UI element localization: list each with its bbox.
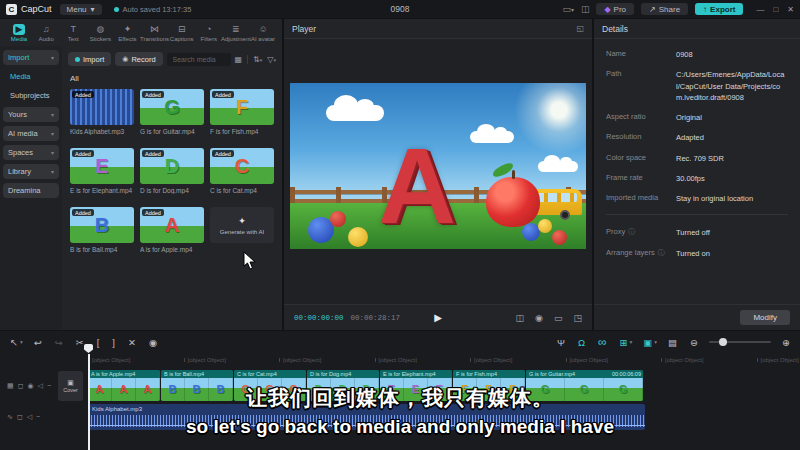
tab-media[interactable]: ▶ Media <box>6 24 32 42</box>
layout-switch-icon[interactable]: ▭▾ <box>562 4 574 14</box>
media-item-f-fish[interactable]: Added F F is for Fish.mp4 F is for Fish.… <box>210 89 274 135</box>
media-item-kids-alphabet[interactable]: Added Kids Alphabet.mp3 Kids Alphabet.mp… <box>70 89 134 135</box>
tab-captions[interactable]: ⊟ Captions <box>169 24 195 42</box>
track-hide-icon[interactable]: ◉ <box>27 382 33 390</box>
track-lock-icon[interactable]: ◻ <box>17 413 23 421</box>
sidebar-item-ai-media[interactable]: AI media ▾ <box>3 126 59 141</box>
ball-red <box>552 230 567 245</box>
generate-with-ai-card[interactable]: ✦ Generate with AI Generate with AI <box>210 207 274 253</box>
media-toolbar: Import ◉ Record ▦ ⇅▾ ▽▾ <box>62 46 282 70</box>
clip-thumbnails: EEE <box>380 378 452 401</box>
timeline-zoom-out-icon[interactable]: ⊖ <box>690 337 698 348</box>
track-waveform-icon[interactable]: ∿ <box>7 413 13 421</box>
snap-magnet-icon[interactable]: Ω <box>578 337 587 348</box>
media-item-e-elephant[interactable]: Added E E is for Elephant.mp4 E is for E… <box>70 148 134 194</box>
timeline-zoom-in-icon[interactable]: ⊕ <box>782 337 790 348</box>
shortcuts-keyboard-icon[interactable]: ▤ <box>668 337 679 348</box>
maximize-button[interactable]: □ <box>773 5 778 14</box>
tab-ai-avatar[interactable]: ☺ AI avatar <box>250 24 276 42</box>
play-button[interactable]: ▶ <box>434 312 442 323</box>
modify-button[interactable]: Modify <box>740 310 790 325</box>
delete-icon[interactable]: ✕ <box>128 337 138 348</box>
tab-audio[interactable]: ♫ Audio <box>33 24 59 42</box>
zoom-slider-handle[interactable] <box>719 338 727 346</box>
link-clips-icon[interactable]: ∞ <box>598 335 609 349</box>
track-thumbnail-icon[interactable]: ▦ <box>7 382 14 390</box>
clip-c-cat[interactable]: C is for Cat.mp4 CCC <box>234 370 306 401</box>
tab-filters[interactable]: ◔ Filters <box>196 24 222 42</box>
player-expand-icon[interactable]: ◱ <box>576 24 584 33</box>
quality-icon[interactable]: ◉ <box>535 313 543 323</box>
clip-f-fish[interactable]: F is for Fish.mp4 FFF <box>453 370 525 401</box>
minimize-button[interactable]: — <box>756 5 764 14</box>
preview-axis-icon[interactable]: ⊞▾ <box>620 337 633 348</box>
player-controls: 00:00:00:00 00:00:28:17 ▶ ◫ ◉ ▭ ◳ <box>284 304 592 330</box>
undo-icon[interactable]: ↩ <box>34 337 44 348</box>
sidebar-item-media[interactable]: Media <box>3 69 59 84</box>
close-button[interactable]: ✕ <box>787 5 794 14</box>
pro-button[interactable]: ◆ Pro <box>596 3 634 15</box>
clip-g-guitar[interactable]: G is for Guitar.mp400:00:06:09 GGG <box>526 370 643 401</box>
details-footer: Modify <box>594 304 800 330</box>
cover-button[interactable]: ▣ Cover <box>58 371 83 401</box>
sort-icon[interactable]: ⇅▾ <box>253 55 262 64</box>
share-button[interactable]: ↗ Share <box>641 3 688 15</box>
track-mute-icon[interactable]: ◁ <box>27 413 32 421</box>
media-item-g-guitar[interactable]: Added G G is for Guitar.mp4 G is for Gui… <box>140 89 204 135</box>
compare-icon[interactable]: ◫ <box>516 313 525 323</box>
media-item-b-ball[interactable]: Added B B is for Ball.mp4 B is for Ball.… <box>70 207 134 253</box>
video-clips: A is for Apple.mp4 AAA B is for Ball.mp4… <box>88 370 643 401</box>
grid-view-icon[interactable]: ▦ <box>235 55 243 64</box>
clip-a-apple[interactable]: A is for Apple.mp4 AAA <box>88 370 160 401</box>
delete-left-icon[interactable]: [ <box>97 337 102 348</box>
media-item-name: D is for Dog.mp4 <box>140 187 204 194</box>
menu-button[interactable]: Menu ▾ <box>60 4 102 15</box>
delete-right-icon[interactable]: ] <box>112 337 117 348</box>
export-button[interactable]: ↑ Export <box>695 3 743 15</box>
clip-b-ball[interactable]: B is for Ball.mp4 BBB <box>161 370 233 401</box>
sidebar-item-dreamina[interactable]: Dreamina <box>3 183 59 198</box>
import-button[interactable]: Import <box>68 52 111 66</box>
sidebar-item-yours[interactable]: Yours ▾ <box>3 107 59 122</box>
voiceover-mic-icon[interactable]: Ψ <box>557 337 567 348</box>
generate-ai-inner: ✦ Generate with AI <box>217 216 267 235</box>
main-area: ▶ Media ♫ Audio T Text ◍ <box>0 18 800 330</box>
redo-icon[interactable]: ↪ <box>55 337 65 348</box>
timeline-ruler[interactable]: [object Object] [object Object] [object … <box>88 353 800 366</box>
filter-icon[interactable]: ▽▾ <box>267 55 276 64</box>
track-shrink-icon[interactable]: − <box>36 413 40 421</box>
tab-stickers[interactable]: ◍ Stickers <box>87 24 113 42</box>
track-lock-icon[interactable]: ◻ <box>18 382 24 390</box>
track-shrink-icon[interactable]: − <box>47 382 51 390</box>
details-row: Frame rate 30.00fps <box>606 173 788 184</box>
timeline-zoom-slider[interactable] <box>709 341 771 343</box>
media-item-c-cat[interactable]: Added C C is for Cat.mp4 C is for Cat.mp… <box>210 148 274 194</box>
playhead[interactable] <box>88 354 90 450</box>
freeze-frame-icon[interactable]: ◉ <box>149 337 159 348</box>
tab-transitions[interactable]: ⋈ Transitions <box>142 24 168 42</box>
media-item-a-apple[interactable]: Added A A is for Apple.mp4 A is for Appl… <box>140 207 204 253</box>
record-button[interactable]: ◉ Record <box>115 52 162 66</box>
tab-text[interactable]: T Text <box>60 24 86 42</box>
ratio-icon[interactable]: ▭ <box>554 313 563 323</box>
search-input[interactable] <box>167 53 231 66</box>
media-item-d-dog[interactable]: Added D D is for Dog.mp4 D is for Dog.mp… <box>140 148 204 194</box>
track-mute-icon[interactable]: ◁ <box>38 382 43 390</box>
panel-layout-icon[interactable]: ◫ <box>581 4 590 14</box>
tab-adjustment[interactable]: ≣ Adjustment <box>223 24 249 42</box>
sidebar-item-subprojects[interactable]: Subprojects <box>3 88 59 103</box>
sidebar-item-label: Yours <box>8 110 27 119</box>
sidebar-item-spaces[interactable]: Spaces ▾ <box>3 145 59 160</box>
media-thumbnail: Added Kids Alphabet.mp3 <box>70 89 134 125</box>
clip-d-dog[interactable]: D is for Dog.mp4 DDD <box>307 370 379 401</box>
audio-clip-kids-alphabet[interactable]: Kids Alphabet.mp3 <box>88 404 645 430</box>
clip-e-elephant[interactable]: E is for Elephant.mp4 EEE <box>380 370 452 401</box>
tab-effects[interactable]: ✦ Effects <box>114 24 140 42</box>
video-preview[interactable]: A <box>290 83 586 249</box>
auto-render-icon[interactable]: ▣▾ <box>643 337 657 348</box>
select-tool-icon[interactable]: ↖▾ <box>10 337 23 348</box>
sidebar-item-library[interactable]: Library ▾ <box>3 164 59 179</box>
sidebar-item-import[interactable]: Import ▾ <box>3 50 59 65</box>
fullscreen-icon[interactable]: ◳ <box>573 313 582 323</box>
media-sidebar: Import ▾ Media Subprojects <box>0 46 62 330</box>
